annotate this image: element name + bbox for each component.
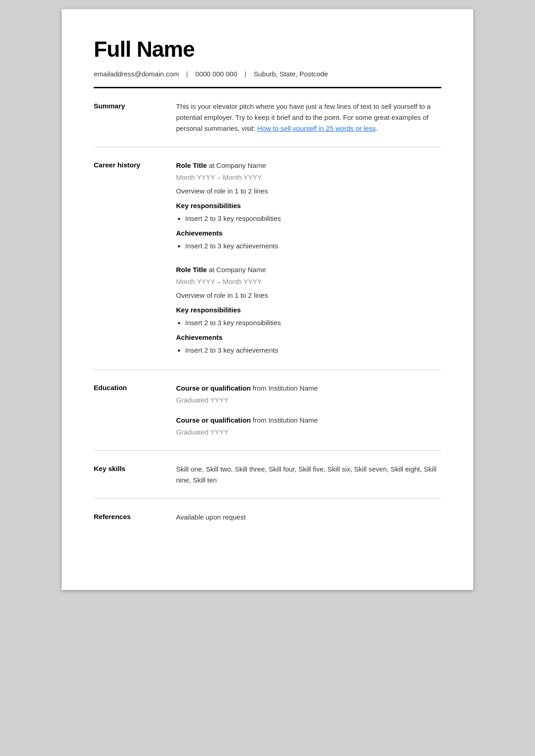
career-history-section: Career history Role Title at Company Nam… xyxy=(94,147,441,370)
job-company-2: Company Name xyxy=(216,266,266,273)
edu-institution-2: Institution Name xyxy=(268,416,318,424)
references-content: Available upon request xyxy=(176,512,441,523)
summary-section: Summary This is your elevator pitch wher… xyxy=(94,88,441,147)
job-block-2: Role Title at Company Name Month YYYY – … xyxy=(176,264,441,356)
job-achievements-list-2: Insert 2 to 3 key achievements xyxy=(185,345,441,356)
job-role-1: Role Title xyxy=(176,161,207,169)
career-history-label: Career history xyxy=(94,160,176,357)
job-responsibilities-list-2: Insert 2 to 3 key responsibilities xyxy=(185,317,441,328)
location: Suburb, State, Postcode xyxy=(254,70,328,78)
edu-block-1: Course or qualification from Institution… xyxy=(176,383,441,406)
separator-2: | xyxy=(245,70,246,78)
summary-text-after: . xyxy=(376,124,378,132)
phone: 0000 000 000 xyxy=(195,70,237,78)
summary-text: This is your elevator pitch where you ha… xyxy=(176,101,441,134)
responsibility-item-2-0: Insert 2 to 3 key responsibilities xyxy=(185,317,441,328)
job-at-1: at xyxy=(209,161,216,169)
career-history-content: Role Title at Company Name Month YYYY – … xyxy=(176,160,441,357)
responsibility-item-1-0: Insert 2 to 3 key responsibilities xyxy=(185,213,441,224)
edu-course-2: Course or qualification xyxy=(176,416,251,424)
summary-link[interactable]: How to sell yourself in 25 words or less xyxy=(257,124,376,132)
separator-1: | xyxy=(186,70,188,78)
job-block-1: Role Title at Company Name Month YYYY – … xyxy=(176,160,441,252)
summary-label: Summary xyxy=(94,101,176,134)
job-achievements-heading-1: Achievements xyxy=(176,228,441,239)
job-title-line-1: Role Title at Company Name xyxy=(176,160,441,171)
edu-title-line-2: Course or qualification from Institution… xyxy=(176,415,441,426)
summary-content: This is your elevator pitch where you ha… xyxy=(176,101,441,134)
key-skills-label: Key skills xyxy=(94,464,176,486)
skills-text: Skill one, Skill two, Skill three, Skill… xyxy=(176,464,441,486)
edu-graduated-1: Graduated YYYY xyxy=(176,395,441,406)
edu-course-1: Course or qualification xyxy=(176,384,251,392)
job-role-2: Role Title xyxy=(176,266,207,273)
job-company-1: Company Name xyxy=(216,161,266,169)
full-name: Full Name xyxy=(94,37,441,62)
achievement-item-1-0: Insert 2 to 3 key achievements xyxy=(185,241,441,252)
education-section: Education Course or qualification from I… xyxy=(94,370,441,451)
job-dates-2: Month YYYY – Month YYYY xyxy=(176,276,441,287)
achievement-item-2-0: Insert 2 to 3 key achievements xyxy=(185,345,441,356)
education-content: Course or qualification from Institution… xyxy=(176,383,441,438)
job-title-line-2: Role Title at Company Name xyxy=(176,264,441,275)
key-skills-content: Skill one, Skill two, Skill three, Skill… xyxy=(176,464,441,486)
references-label: References xyxy=(94,512,176,523)
education-label: Education xyxy=(94,383,176,438)
resume-page: Full Name emailaddress@domain.com | 0000… xyxy=(62,9,473,590)
header: Full Name emailaddress@domain.com | 0000… xyxy=(94,37,441,88)
edu-title-line-1: Course or qualification from Institution… xyxy=(176,383,441,394)
edu-from-2: from xyxy=(253,416,268,424)
key-skills-section: Key skills Skill one, Skill two, Skill t… xyxy=(94,451,441,499)
references-section: References Available upon request xyxy=(94,499,441,536)
job-overview-1: Overview of role in 1 to 2 lines xyxy=(176,186,441,197)
edu-from-1: from xyxy=(253,384,268,392)
job-responsibilities-heading-1: Key responsibilities xyxy=(176,200,441,211)
job-dates-1: Month YYYY – Month YYYY xyxy=(176,172,441,183)
contact-row: emailaddress@domain.com | 0000 000 000 |… xyxy=(94,70,441,78)
job-responsibilities-heading-2: Key responsibilities xyxy=(176,305,441,316)
job-responsibilities-list-1: Insert 2 to 3 key responsibilities xyxy=(185,213,441,224)
job-at-2: at xyxy=(209,266,216,273)
edu-institution-1: Institution Name xyxy=(268,384,318,392)
job-achievements-heading-2: Achievements xyxy=(176,332,441,343)
edu-block-2: Course or qualification from Institution… xyxy=(176,415,441,438)
email: emailaddress@domain.com xyxy=(94,70,179,78)
references-text: Available upon request xyxy=(176,512,441,523)
edu-graduated-2: Graduated YYYY xyxy=(176,427,441,438)
job-overview-2: Overview of role in 1 to 2 lines xyxy=(176,290,441,301)
job-achievements-list-1: Insert 2 to 3 key achievements xyxy=(185,241,441,252)
